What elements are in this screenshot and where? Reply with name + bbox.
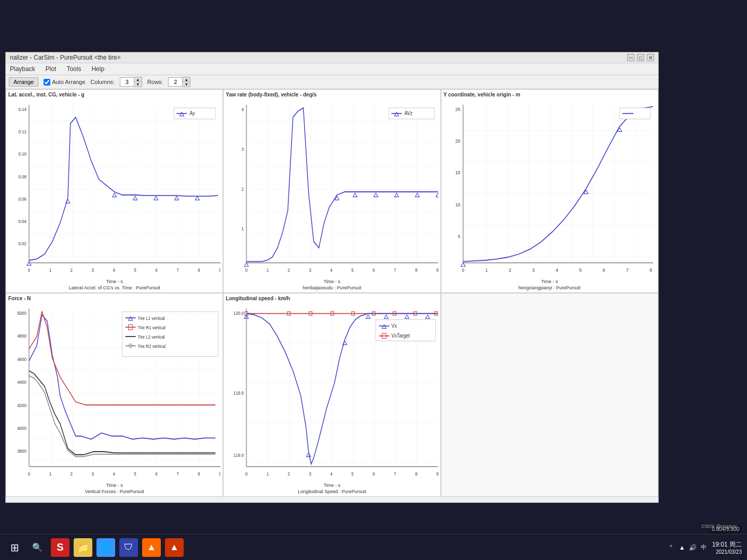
svg-text:6: 6	[155, 267, 158, 273]
svg-text:8: 8	[649, 267, 652, 273]
maximize-button[interactable]: □	[637, 54, 644, 61]
chart3-canvas[interactable]: 25 20 15 10 5 0 1 2 3 4 5 6 7 8	[444, 99, 656, 279]
svg-text:5000: 5000	[17, 310, 26, 316]
svg-text:6: 6	[373, 267, 376, 273]
columns-up[interactable]: ▲	[134, 77, 142, 82]
svg-text:5: 5	[352, 267, 354, 273]
svg-text:7: 7	[176, 471, 179, 477]
chart3-title: Y coordinate, vehicle origin - m	[444, 92, 656, 97]
svg-text:4800: 4800	[17, 333, 26, 339]
svg-text:Vx: Vx	[392, 323, 397, 329]
svg-text:0: 0	[28, 267, 31, 273]
menu-tools[interactable]: Tools	[64, 64, 83, 74]
chart-lat-accel: Lat. accel., inst. CG, vehicle - g 0.14	[6, 89, 223, 293]
taskbar-right: ^ ▲ 🔊 中 19:01 周二 2021/03/23	[667, 540, 742, 555]
svg-text:1: 1	[267, 471, 269, 477]
svg-text:4400: 4400	[17, 380, 26, 385]
auto-arrange-label: Auto Arrange	[52, 79, 85, 85]
start-button[interactable]: ⊞	[5, 538, 24, 557]
svg-text:9: 9	[436, 471, 438, 477]
search-button[interactable]: 🔍	[28, 538, 47, 557]
svg-text:3: 3	[532, 267, 535, 273]
chart5-title: Longitudinal speed - km/h	[226, 296, 438, 301]
svg-text:1: 1	[267, 267, 269, 273]
svg-text:4: 4	[556, 267, 558, 273]
columns-input[interactable]: 3	[120, 77, 134, 87]
svg-text:0.02: 0.02	[18, 241, 26, 247]
taskbar-app-browser[interactable]: 🌐	[96, 538, 115, 557]
rows-label: Rows:	[147, 79, 163, 85]
rows-up[interactable]: ▲	[183, 77, 190, 82]
svg-text:0.06: 0.06	[18, 196, 26, 202]
tray-ime[interactable]: 中	[700, 543, 708, 552]
chart-long-speed: Longitudinal speed - km/h 120.0 119.5 11…	[223, 293, 440, 497]
chart4-subtitle: Vertical Forces : PurePursuit	[8, 489, 220, 494]
svg-text:15: 15	[455, 170, 460, 176]
svg-text:1: 1	[49, 267, 52, 273]
menu-playback[interactable]: Playback	[8, 64, 37, 74]
svg-text:0.04: 0.04	[18, 218, 26, 224]
arrange-button[interactable]: Arrange	[9, 77, 38, 87]
taskbar-app-shield[interactable]: 🛡	[119, 538, 138, 557]
rows-down[interactable]: ▼	[183, 82, 190, 87]
taskbar-app-avast[interactable]: ▲	[142, 538, 161, 557]
svg-text:5: 5	[134, 267, 136, 273]
chart1-canvas[interactable]: 0.14 0.12 0.10 0.08 0.06 0.04 0.02 0 1 2…	[8, 99, 220, 279]
chart5-subtitle: Longitudinal Speed : PurePursuit	[226, 489, 438, 494]
chart4-canvas[interactable]: 5000 4800 4600 4400 4200 4000 3800 0 1 2…	[8, 302, 220, 483]
chart2-subtitle: henbaijaosudu : PurePursuit	[226, 285, 438, 290]
minimize-button[interactable]: ─	[627, 54, 634, 61]
svg-text:Tire R1 vertical: Tire R1 vertical	[138, 325, 165, 330]
svg-text:8: 8	[198, 267, 200, 273]
taskbar-app-s[interactable]: S	[51, 538, 70, 557]
taskbar-app-avast2[interactable]: ▲	[165, 538, 184, 557]
chart-yaw-rate: Yaw rate (body-fixed), vehicle - deg/s 4…	[223, 89, 440, 293]
svg-text:Tire L2 vertical: Tire L2 vertical	[138, 334, 165, 340]
svg-text:1: 1	[49, 471, 52, 477]
taskbar-app-files[interactable]: 📁	[74, 538, 92, 557]
tray-warning[interactable]: ▲	[678, 543, 686, 552]
menu-plot[interactable]: Plot	[44, 64, 59, 74]
chart3-xlabel: Time - s	[444, 279, 656, 284]
svg-text:Tire L1 vertical: Tire L1 vertical	[138, 315, 165, 321]
csdn-badge: CSDN @mxptvsi	[701, 524, 737, 529]
svg-text:119.5: 119.5	[233, 390, 244, 396]
svg-text:VxTarget: VxTarget	[392, 333, 410, 339]
svg-text:2: 2	[71, 267, 73, 273]
tray-chevron[interactable]: ^	[667, 543, 675, 552]
svg-text:0: 0	[462, 267, 464, 273]
columns-down[interactable]: ▼	[134, 82, 142, 87]
svg-rect-101	[122, 312, 218, 356]
svg-text:2: 2	[71, 471, 73, 477]
rows-spinner: 2 ▲ ▼	[168, 77, 190, 87]
tray-volume[interactable]: 🔊	[689, 543, 697, 552]
title-bar: nalizer - CarSim - PurePursuit <the tire…	[6, 52, 658, 63]
menu-help[interactable]: Help	[89, 64, 106, 74]
svg-text:9: 9	[436, 267, 438, 273]
time-main: 19:01 周二	[712, 540, 742, 549]
svg-text:5: 5	[458, 233, 460, 239]
svg-text:5: 5	[579, 267, 582, 273]
close-button[interactable]: ✕	[647, 54, 654, 61]
chart2-canvas[interactable]: 4 3 2 1 0 1 2 3 4 5 6 7 8 9	[226, 99, 438, 279]
svg-text:4600: 4600	[17, 356, 26, 362]
svg-text:0: 0	[245, 267, 248, 273]
auto-arrange-checkbox[interactable]	[44, 79, 50, 86]
svg-rect-0	[29, 105, 220, 263]
svg-text:3: 3	[92, 471, 94, 477]
svg-text:4: 4	[330, 267, 333, 273]
svg-text:4000: 4000	[17, 425, 26, 431]
chart1-subtitle: Lateral Accel. of CG's vs. Time : PurePu…	[8, 285, 220, 290]
svg-text:9: 9	[219, 267, 220, 273]
chart5-canvas[interactable]: 120.0 119.5 119.0 0 1 2 3 4 5 6 7 8 9	[226, 302, 438, 483]
svg-text:2: 2	[508, 267, 511, 273]
chart1-title: Lat. accel., inst. CG, vehicle - g	[8, 92, 220, 97]
svg-text:2: 2	[288, 471, 290, 477]
menu-bar: Playback Plot Tools Help	[6, 63, 658, 75]
time-display[interactable]: 19:01 周二 2021/03/23	[712, 540, 742, 555]
svg-text:3: 3	[242, 146, 244, 152]
chart4-xlabel: Time - s	[8, 483, 220, 488]
toolbar: Arrange Auto Arrange Columns: 3 ▲ ▼ Rows…	[6, 75, 658, 89]
title-bar-buttons: ─ □ ✕	[627, 54, 654, 61]
rows-input[interactable]: 2	[168, 77, 183, 87]
